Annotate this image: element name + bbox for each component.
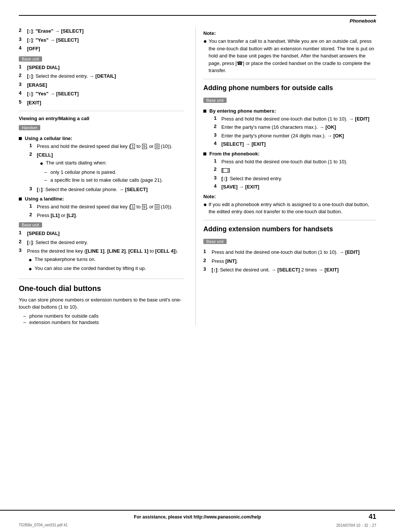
base-unit-badge: Base unit (19, 56, 42, 62)
page: Phonebook 2 [↕]: "Erase" → [SELECT] 3 [↕… (0, 0, 395, 532)
step-item: 1 Press and hold the desired speed dial … (29, 203, 184, 211)
step-item: 1 Press and hold the desired one-touch d… (203, 249, 376, 256)
square-bullet-icon (19, 197, 22, 200)
bottom-meta: TG958x_0704_ver031.pdf 41 2014/07/04 10：… (19, 523, 376, 528)
step-item: 1 Press and hold the desired one-touch d… (214, 115, 376, 123)
step-item: 2 [CELL] ● The unit starts dialing when:… (29, 151, 184, 185)
step-item: 1 [SPEED DIAL] (19, 230, 184, 237)
step-item: 2 Enter the party's name (16 characters … (214, 124, 376, 131)
step-item: 3 [↕]: Select the desired entry. (214, 175, 376, 182)
page-header: Phonebook (19, 18, 376, 24)
note-text: You can transfer a call to a handset. Wh… (209, 38, 376, 74)
divider (19, 111, 184, 111)
adding-phone-title: Adding phone numbers for outside calls (203, 84, 376, 92)
divider-2 (19, 279, 184, 279)
cellular-steps: 1 Press and hold the desired speed dial … (29, 143, 184, 193)
bullet-icon: ● (40, 159, 46, 168)
note-label: Note: (203, 194, 376, 199)
note-top: Note: ● You can transfer a call to a han… (203, 30, 376, 74)
right-column: Note: ● You can transfer a call to a han… (195, 27, 376, 326)
one-touch-title: One-touch dial buttons (19, 283, 184, 293)
note-label: Note: (203, 30, 376, 36)
step-item: 2 [↕]: "Erase" → [SELECT] (19, 27, 184, 35)
step-item: 3 Press the desired line key ([LINE 1], … (19, 247, 184, 274)
note-dot-icon: ● (203, 201, 209, 209)
note-bullet: ● You can transfer a call to a handset. … (203, 38, 376, 74)
step-item: 3 [↕]: Select the desired unit. → [SELEC… (203, 266, 376, 274)
note-text: If you edit a phonebook entry which is a… (209, 201, 376, 216)
square-bullet-icon (203, 152, 206, 155)
dash-item: – a specific line is set to make cellula… (44, 176, 184, 184)
top-steps-list: 2 [↕]: "Erase" → [SELECT] 3 [↕]: "Yes" →… (19, 27, 184, 53)
meta-right: 2014/07/04 10：32：27 (336, 523, 376, 528)
step-item: 4 [SELECT] → [EXIT] (214, 140, 376, 148)
step-item: 1 [SPEED DIAL] (19, 64, 184, 71)
step-item: 1 Press and hold the desired speed dial … (29, 143, 184, 150)
viewing-section-title: Viewing an entry/Making a call (19, 116, 184, 121)
step-item: 3 [↕]: "Yes" → [SELECT] (19, 36, 184, 44)
landline-steps: 1 Press and hold the desired speed dial … (29, 203, 184, 219)
bullet-icon: ● (29, 256, 35, 264)
step-item: 3 [↕]: Select the desired cellular phone… (29, 186, 184, 193)
handset-badge: Handset (19, 125, 40, 130)
base-unit-steps-list: 1 [SPEED DIAL] 2 [↕]: Select the desired… (19, 64, 184, 107)
landline-title: Using a landline: (25, 196, 64, 202)
cellular-title: Using a cellular line: (25, 136, 72, 141)
extension-steps: 1 Press and hold the desired one-touch d… (203, 249, 376, 274)
bullet-icon: ● (29, 265, 35, 273)
step-item: 1 Press and hold the desired one-touch d… (214, 158, 376, 166)
square-bullet-icon (203, 110, 206, 113)
square-bullet-icon (19, 137, 22, 140)
base-unit-badge-2: Base unit (19, 222, 42, 228)
step-item: 2 [] (214, 166, 376, 174)
note-dot-icon: ● (203, 38, 209, 45)
main-content: 2 [↕]: "Erase" → [SELECT] 3 [↕]: "Yes" →… (19, 27, 376, 326)
dash-item: – phone numbers for outside calls (23, 313, 184, 319)
step-item: 2 [↕]: Select the desired entry. → [DETA… (19, 72, 184, 80)
adding-phone-badge: Base unit (203, 98, 227, 103)
by-entering-steps: 1 Press and hold the desired one-touch d… (214, 115, 376, 148)
bullet-item: ● You can also use the corded handset by… (29, 265, 184, 273)
header-line (19, 15, 376, 16)
from-phonebook-title: From the phonebook: (209, 151, 260, 157)
left-column: 2 [↕]: "Erase" → [SELECT] 3 [↕]: "Yes" →… (19, 27, 184, 326)
cellular-section: Using a cellular line: 1 Press and hold … (19, 136, 184, 193)
step-item: 2 Press [INT]. (203, 258, 376, 265)
meta-left: TG958x_0704_ver031.pdf 41 (19, 523, 68, 528)
landline-section: Using a landline: 1 Press and hold the d… (19, 196, 184, 219)
from-phonebook-section: From the phonebook: 1 Press and hold the… (203, 151, 376, 191)
page-footer: For assistance, please visit http://www.… (0, 510, 395, 521)
step-item: 2 Press [L1] or [L2]. (29, 212, 184, 219)
by-entering-section: By entering phone numbers: 1 Press and h… (203, 108, 376, 148)
note-phonebook: Note: ● If you edit a phonebook entry wh… (203, 194, 376, 216)
divider-right-2 (203, 220, 376, 220)
by-entering-title: By entering phone numbers: (209, 108, 276, 114)
note-bullet: ● If you edit a phonebook entry which is… (203, 201, 376, 216)
step-item: 5 [EXIT] (19, 99, 184, 107)
step-item: 3 Enter the party's phone number (24 dig… (214, 132, 376, 140)
adding-extension-title: Adding extension numbers for handsets (203, 225, 376, 234)
step-item: 4 [SAVE] → [EXIT] (214, 183, 376, 191)
dash-item: – extension numbers for handsets (23, 320, 184, 325)
adding-extension-badge: Base unit (203, 239, 227, 244)
footer-assistance: For assistance, please visit http://www.… (30, 514, 365, 520)
page-title: Phonebook (350, 18, 376, 24)
bullet-item: ● The unit starts dialing when: (40, 159, 184, 168)
divider-right (203, 79, 376, 79)
footer-page-number: 41 (365, 513, 376, 521)
dash-item: – only 1 cellular phone is paired. (44, 169, 184, 176)
step-item: 4 [↕]: "Yes" → [SELECT] (19, 90, 184, 98)
base-unit-steps-2: 1 [SPEED DIAL] 2 [↕]: Select the desired… (19, 230, 184, 274)
step-item: 3 [ERASE] (19, 81, 184, 89)
step-item: 2 [↕]: Select the desired entry. (19, 239, 184, 246)
from-phonebook-steps: 1 Press and hold the desired one-touch d… (214, 158, 376, 191)
step-item: 4 [OFF] (19, 45, 184, 53)
bullet-item: ● The speakerphone turns on. (29, 256, 184, 264)
one-touch-description: You can store phone numbers or extension… (19, 296, 184, 311)
